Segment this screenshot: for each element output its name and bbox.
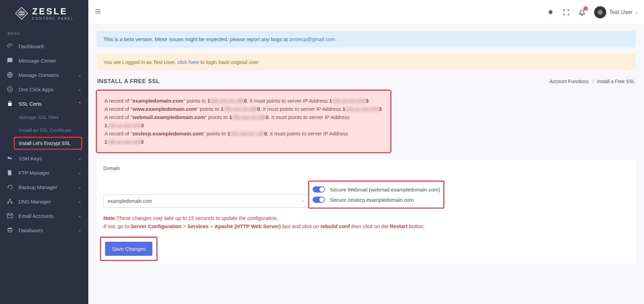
alert-text: You are Logged in as Test User, bbox=[103, 59, 177, 65]
sidebar-item-ssh[interactable]: SSH Keys ⌄ bbox=[0, 151, 88, 166]
toggles-highlight: Secure Webmail (webmail.exampledomain.co… bbox=[308, 181, 444, 209]
subnav-manage-ssl[interactable]: Manage SSL Sites bbox=[0, 111, 88, 124]
sitemap-icon bbox=[7, 198, 13, 204]
sidebar-item-label: Dashboard bbox=[18, 43, 43, 49]
key-icon bbox=[7, 155, 13, 161]
toggle-label: Secure Webmail (webmail.exampledomain.co… bbox=[330, 187, 440, 193]
note-text: Note:These changes may take up to 15 sec… bbox=[103, 214, 629, 230]
menu-heading: MENU bbox=[0, 27, 88, 39]
notification-badge: ? bbox=[583, 6, 588, 11]
toggle-zeslecp[interactable] bbox=[313, 197, 325, 203]
dns-error-box: A record of "exampledomain.com" points t… bbox=[96, 90, 391, 153]
sidebar-item-ftp[interactable]: FTP Manager ⌄ bbox=[0, 166, 88, 180]
globe-icon bbox=[7, 72, 13, 78]
envelope-icon bbox=[7, 213, 13, 219]
bell-icon[interactable]: ? bbox=[578, 9, 586, 16]
ssl-subnav: Manage SSL Sites Install an SSL Certific… bbox=[0, 111, 88, 150]
sidebar-item-apps[interactable]: W One Click Apps ⌄ bbox=[0, 82, 88, 96]
domain-label: Domain bbox=[103, 166, 629, 171]
note-line: button. bbox=[407, 223, 425, 229]
fullscreen-icon[interactable] bbox=[563, 9, 570, 16]
svg-point-10 bbox=[8, 228, 12, 229]
login-alert: You are Logged in as Test User, click he… bbox=[97, 54, 636, 70]
login-back-link[interactable]: click here bbox=[177, 59, 199, 65]
note-line: > bbox=[181, 223, 187, 229]
beta-alert: This is a beta version. Minor issues mig… bbox=[97, 31, 636, 48]
note-label: Note: bbox=[103, 215, 116, 221]
sidebar-item-label: DNS Manager bbox=[18, 199, 51, 204]
note-strong: Services bbox=[188, 223, 209, 229]
note-line: > bbox=[209, 223, 214, 229]
sidebar-item-domains[interactable]: Manage Domains ⌄ bbox=[0, 68, 88, 82]
file-icon bbox=[7, 170, 13, 176]
save-button[interactable]: Save Changes bbox=[105, 242, 152, 256]
sidebar-item-db[interactable]: Databases ⌄ bbox=[0, 223, 88, 237]
wordpress-icon: W bbox=[7, 86, 13, 92]
subnav-install-ssl[interactable]: Install an SSL Certificate bbox=[0, 124, 88, 137]
sidebar-item-label: Databases bbox=[18, 227, 43, 233]
chevron-down-icon: ⌄ bbox=[78, 156, 81, 161]
sidebar-item-label: Backup Manager bbox=[18, 184, 57, 190]
domain-select[interactable]: exampledomain.com bbox=[103, 195, 309, 208]
sidebar-item-messages[interactable]: Message Center bbox=[0, 53, 88, 68]
sidebar-item-label: Message Center bbox=[18, 58, 56, 64]
note-strong: Restart bbox=[390, 223, 408, 229]
chevron-down-icon: ⌄ bbox=[78, 185, 81, 189]
chevron-down-icon: ⌄ bbox=[78, 72, 81, 77]
svg-text:W: W bbox=[9, 88, 12, 91]
svg-marker-11 bbox=[597, 9, 603, 15]
breadcrumb: Account Functions / Install a Free SSL bbox=[550, 79, 635, 84]
logo-icon bbox=[14, 6, 29, 21]
chevron-down-icon: ⌄ bbox=[635, 10, 638, 14]
svg-rect-9 bbox=[11, 202, 13, 203]
sidebar-item-label: Manage Domains bbox=[18, 72, 59, 78]
nav-list: Dashboard Message Center Manage Domains … bbox=[0, 39, 88, 237]
ssl-form: Domain exampledomain.com Secure Webmail … bbox=[97, 159, 636, 264]
chat-icon bbox=[7, 57, 13, 64]
note-line: These changes may take up to 15 seconds … bbox=[116, 215, 278, 221]
sidebar-item-label: SSL Certs bbox=[18, 101, 42, 107]
save-highlight: Save Changes bbox=[100, 237, 157, 261]
chevron-down-icon: ⌄ bbox=[78, 228, 81, 233]
sidebar-item-label: SSH Keys bbox=[18, 156, 42, 161]
svg-rect-7 bbox=[9, 199, 11, 200]
page-title: INSTALL A FREE SSL bbox=[97, 78, 160, 85]
history-icon bbox=[7, 184, 13, 190]
crumb-current: Install a Free SSL bbox=[597, 79, 635, 84]
lock-icon bbox=[7, 101, 13, 107]
sidebar-item-dashboard[interactable]: Dashboard bbox=[0, 39, 88, 53]
note-line: then click on the bbox=[350, 223, 390, 229]
sidebar-item-email[interactable]: Email Accounts ⌄ bbox=[0, 209, 88, 223]
brand-sub: CONTROL PANEL bbox=[32, 17, 74, 21]
chevron-down-icon: ⌄ bbox=[78, 199, 81, 204]
gauge-icon bbox=[7, 43, 13, 49]
note-strong: Apache (HTTP Web Server) bbox=[214, 223, 281, 229]
brand-logo[interactable]: ZESLE CONTROL PANEL bbox=[0, 0, 88, 27]
subnav-letsencrypt[interactable]: Install Let's Encrypt SSL bbox=[14, 137, 82, 150]
beta-email-link[interactable]: zeslecp@gmail.com bbox=[289, 36, 335, 42]
topbar: ? Test User ⌄ bbox=[88, 0, 644, 25]
chevron-down-icon: ⌄ bbox=[78, 170, 81, 175]
svg-rect-8 bbox=[8, 202, 9, 203]
sidebar-item-label: FTP Manager bbox=[18, 170, 50, 176]
alert-text: . bbox=[335, 36, 337, 42]
sidebar-item-backup[interactable]: Backup Manager ⌄ bbox=[0, 180, 88, 194]
note-strong: Server Configuration bbox=[130, 223, 181, 229]
sidebar-item-label: One Click Apps bbox=[18, 87, 54, 92]
menu-toggle-icon[interactable] bbox=[94, 8, 101, 16]
sidebar-item-ssl[interactable]: SSL Certs ⌃ bbox=[0, 96, 88, 111]
sidebar-item-label: Email Accounts bbox=[18, 213, 54, 219]
toggle-webmail[interactable] bbox=[313, 186, 325, 193]
brand-name: ZESLE bbox=[32, 6, 74, 17]
toggle-label: Secure zeslecp.exampledomain.com bbox=[330, 197, 414, 203]
sidebar: ZESLE CONTROL PANEL MENU Dashboard Messa… bbox=[0, 0, 88, 304]
alert-text: to login back original user bbox=[199, 59, 258, 65]
crumb-parent[interactable]: Account Functions bbox=[550, 79, 589, 84]
chevron-down-icon: ⌄ bbox=[78, 213, 81, 218]
leaf-icon[interactable] bbox=[547, 9, 554, 16]
sidebar-item-dns[interactable]: DNS Manager ⌄ bbox=[0, 194, 88, 209]
database-icon bbox=[7, 227, 13, 233]
user-menu[interactable]: Test User ⌄ bbox=[594, 6, 638, 18]
note-strong: rebuild conf bbox=[320, 223, 350, 229]
breadcrumb-sep: / bbox=[590, 79, 596, 84]
